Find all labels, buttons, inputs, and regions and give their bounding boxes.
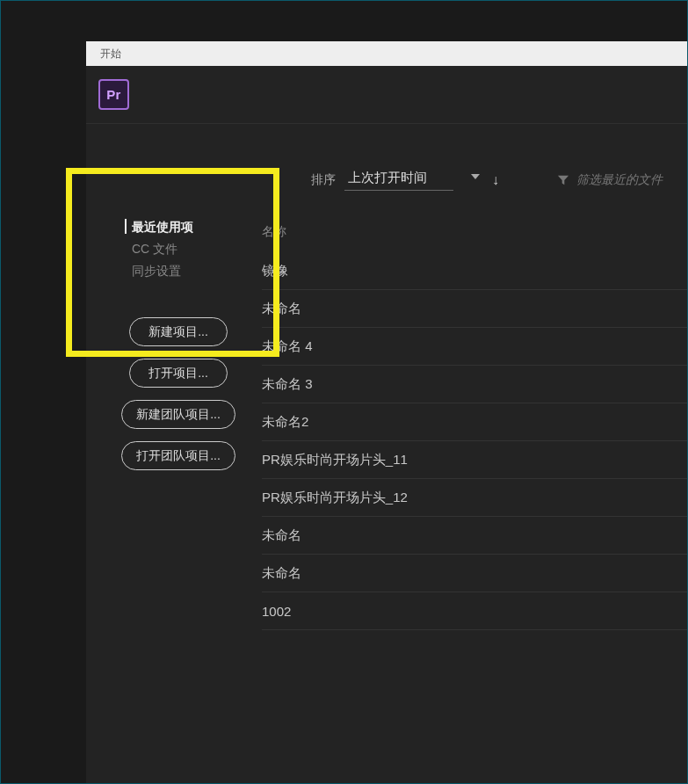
- sort-filter-row: 排序 上次打开时间 ↓ 筛选最近的文件: [311, 170, 687, 191]
- table-row[interactable]: 未命名 4: [262, 328, 687, 366]
- table-row[interactable]: 未命名: [262, 290, 687, 328]
- filter-group: 筛选最近的文件: [557, 172, 663, 188]
- table-row[interactable]: 未命名: [262, 517, 687, 555]
- table-row[interactable]: PR娱乐时尚开场片头_11: [262, 441, 687, 479]
- app-frame: 开始 Pr 排序 上次打开时间 ↓ 筛选最近的文件: [0, 0, 688, 784]
- filter-input[interactable]: 筛选最近的文件: [576, 172, 663, 188]
- open-project-button[interactable]: 打开项目...: [129, 359, 228, 388]
- sidebar-nav: 最近使用项 CC 文件 同步设置: [104, 216, 253, 282]
- sidebar-item-label: CC 文件: [132, 242, 177, 258]
- new-team-project-button[interactable]: 新建团队项目...: [121, 400, 235, 429]
- sidebar-item-sync-settings[interactable]: 同步设置: [104, 260, 253, 282]
- premiere-logo-icon: Pr: [98, 79, 129, 110]
- sort-selected-value: 上次打开时间: [348, 170, 427, 185]
- table-row[interactable]: 未命名: [262, 555, 687, 592]
- sidebar-item-recent[interactable]: 最近使用项: [104, 216, 253, 238]
- start-window: 开始 Pr 排序 上次打开时间 ↓ 筛选最近的文件: [86, 41, 687, 783]
- funnel-icon: [557, 174, 569, 186]
- table-row[interactable]: 未命名2: [262, 403, 687, 441]
- table-row[interactable]: 1002: [262, 592, 687, 630]
- sidebar-buttons: 新建项目... 打开项目... 新建团队项目... 打开团队项目...: [104, 317, 253, 470]
- window-title: 开始: [100, 47, 121, 62]
- sidebar-item-cc-files[interactable]: CC 文件: [104, 238, 253, 260]
- header-bar: Pr: [86, 66, 687, 124]
- recent-projects-table: 名称 镜像 未命名 未命名 4 未命名 3 未命名2 PR娱乐时尚开场片头_11…: [262, 221, 687, 630]
- sidebar-item-label: 最近使用项: [132, 220, 193, 236]
- chevron-down-icon[interactable]: [471, 176, 480, 185]
- new-project-button[interactable]: 新建项目...: [129, 317, 228, 346]
- table-row[interactable]: PR娱乐时尚开场片头_12: [262, 479, 687, 517]
- sort-direction-icon[interactable]: ↓: [492, 172, 499, 188]
- table-row[interactable]: 未命名 3: [262, 366, 687, 403]
- table-row[interactable]: 镜像: [262, 252, 687, 290]
- sidebar: 最近使用项 CC 文件 同步设置 新建项目... 打开项目...: [104, 216, 253, 470]
- sort-dropdown[interactable]: 上次打开时间: [344, 170, 453, 191]
- title-bar: 开始: [86, 41, 687, 66]
- open-team-project-button[interactable]: 打开团队项目...: [121, 441, 235, 470]
- table-column-name[interactable]: 名称: [262, 221, 687, 252]
- sidebar-item-label: 同步设置: [132, 264, 181, 279]
- sort-label: 排序: [311, 172, 336, 188]
